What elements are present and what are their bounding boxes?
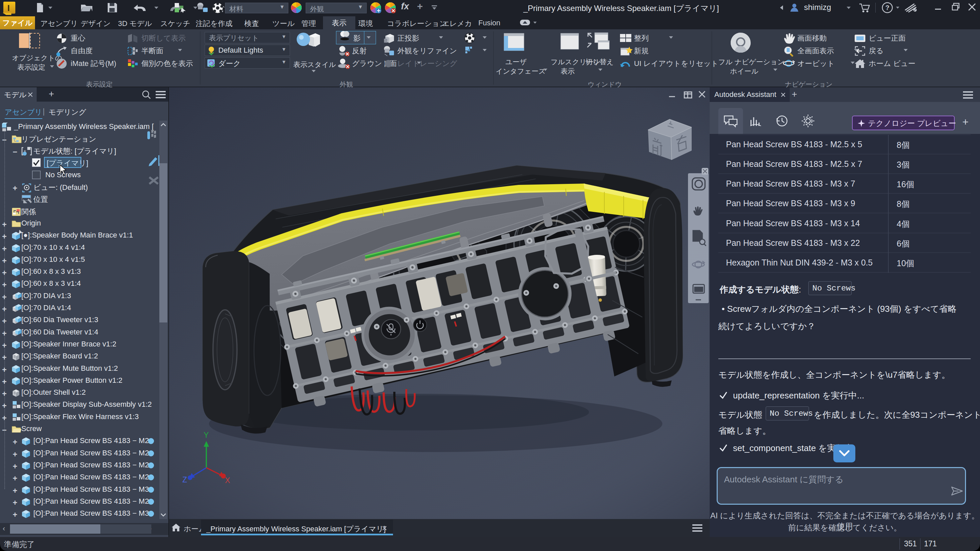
svg-text:Y: Y: [204, 431, 208, 440]
svg-text:Z: Z: [182, 475, 187, 484]
svg-text:?: ?: [885, 4, 889, 11]
svg-text:X: X: [225, 476, 230, 485]
